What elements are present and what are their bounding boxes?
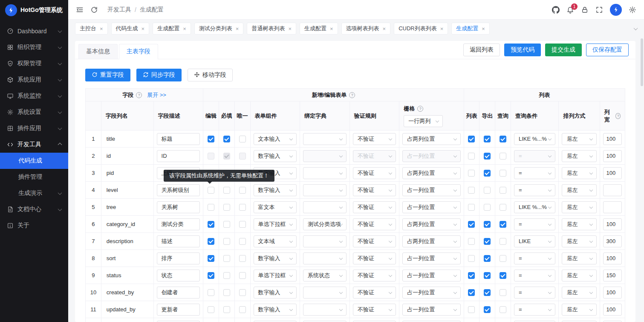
input-width[interactable]: 100 xyxy=(603,304,622,316)
route-tab[interactable]: 代码生成× xyxy=(111,23,150,35)
close-icon[interactable]: × xyxy=(330,26,333,32)
checkbox-query[interactable] xyxy=(500,187,506,194)
fullscreen-icon[interactable] xyxy=(595,6,603,14)
select-align[interactable]: 居左 xyxy=(562,270,596,281)
select-grid[interactable]: 占两列位置 xyxy=(402,133,460,145)
select-rule[interactable]: 不验证 xyxy=(353,184,396,196)
input-desc[interactable] xyxy=(157,321,200,322)
select-rule[interactable]: 不验证 xyxy=(353,304,396,316)
select-align[interactable]: 居左 xyxy=(562,167,596,179)
checkbox-query[interactable] xyxy=(500,255,506,262)
route-tab[interactable]: 生成配置× xyxy=(153,23,191,35)
select-align[interactable] xyxy=(562,321,596,322)
lock-screen-icon[interactable] xyxy=(581,6,589,14)
select-grid[interactable]: 占一列位置 xyxy=(402,270,460,281)
checkbox-unique[interactable] xyxy=(239,153,246,160)
grid-default-select[interactable]: 一行两列 xyxy=(404,115,443,127)
select-align[interactable]: 居左 xyxy=(562,150,596,162)
select-cond[interactable]: = xyxy=(514,218,555,230)
select-cond[interactable]: = xyxy=(514,270,555,281)
select-grid[interactable]: 占一列位置 xyxy=(402,252,460,264)
select-grid[interactable]: 占一列位置 xyxy=(402,287,460,299)
github-icon[interactable] xyxy=(552,6,560,14)
select-cond[interactable]: = xyxy=(514,167,555,179)
select-dict[interactable] xyxy=(303,235,347,247)
select-comp[interactable]: 数字输入 xyxy=(254,150,297,162)
route-tab[interactable]: 生成配置× xyxy=(451,23,490,35)
input-width[interactable]: 100 xyxy=(603,133,622,145)
checkbox-list[interactable] xyxy=(468,272,475,279)
select-dict[interactable]: 系统状态 xyxy=(303,270,347,281)
select-rule[interactable]: 不验证 xyxy=(353,201,396,213)
select-rule[interactable]: 不验证 xyxy=(353,235,396,247)
select-comp[interactable]: 数字输入 xyxy=(254,252,297,264)
checkbox-list[interactable] xyxy=(468,204,475,211)
select-cond[interactable]: LIKE %...% xyxy=(514,133,555,145)
close-icon[interactable]: × xyxy=(383,26,386,32)
checkbox-export[interactable] xyxy=(484,289,491,296)
checkbox-required[interactable] xyxy=(223,255,230,262)
sidebar-item[interactable]: 关于 xyxy=(0,218,68,234)
select-rule[interactable] xyxy=(353,321,396,322)
settings-gear-icon[interactable] xyxy=(629,6,636,14)
close-icon[interactable]: × xyxy=(142,26,145,32)
breadcrumb-section[interactable]: 开发工具 xyxy=(107,6,131,14)
select-comp[interactable]: 单选下拉框 xyxy=(254,270,297,281)
select-grid[interactable]: 占两列位置 xyxy=(402,235,460,247)
checkbox-list[interactable] xyxy=(468,255,475,262)
select-comp[interactable]: 文本输入 xyxy=(254,133,297,145)
input-desc[interactable]: 排序 xyxy=(157,252,200,264)
select-grid[interactable] xyxy=(402,321,460,322)
select-comp[interactable]: 数字输入 xyxy=(254,304,297,316)
sidebar-subitem[interactable]: 插件管理 xyxy=(0,169,68,185)
select-cond[interactable]: = xyxy=(514,184,555,196)
checkbox-edit[interactable] xyxy=(208,136,214,142)
select-grid[interactable]: 占一列位置 xyxy=(402,201,460,213)
collapse-sidebar-icon[interactable] xyxy=(76,6,84,14)
select-dict[interactable] xyxy=(303,167,347,179)
route-tab[interactable]: 普通树表列表× xyxy=(247,23,296,35)
close-icon[interactable]: × xyxy=(482,26,485,32)
notification-bell-icon[interactable]: 1 xyxy=(566,6,574,14)
sidebar-item[interactable]: 组织管理 xyxy=(0,39,68,55)
sidebar-item[interactable]: 权限管理 xyxy=(0,55,68,72)
select-comp[interactable]: 数字输入 xyxy=(254,287,297,299)
checkbox-required[interactable] xyxy=(223,204,230,211)
select-comp[interactable] xyxy=(254,321,297,322)
select-rule[interactable]: 不验证 xyxy=(353,133,396,145)
help-icon[interactable]: ? xyxy=(615,113,621,119)
input-width[interactable] xyxy=(603,321,622,322)
input-width[interactable]: 100 xyxy=(603,150,622,162)
close-icon[interactable]: × xyxy=(440,26,444,32)
select-cond[interactable]: = xyxy=(514,150,555,162)
route-tab[interactable]: 主控台× xyxy=(75,23,108,35)
select-dict[interactable] xyxy=(303,150,347,162)
sidebar-item[interactable]: 系统应用 xyxy=(0,72,68,88)
input-desc[interactable]: 测试分类 xyxy=(157,218,200,230)
select-rule[interactable]: 不验证 xyxy=(353,287,396,299)
checkbox-unique[interactable] xyxy=(239,272,246,279)
checkbox-export[interactable] xyxy=(484,204,491,211)
input-desc[interactable]: 关系树 xyxy=(157,201,200,213)
checkbox-export[interactable] xyxy=(484,153,491,160)
select-dict[interactable] xyxy=(303,133,347,145)
select-dict[interactable]: 测试分类选项 xyxy=(303,218,347,230)
checkbox-query[interactable] xyxy=(500,204,506,211)
app-logo[interactable]: HotGo管理系统 xyxy=(0,0,68,20)
sidebar-item[interactable]: 系统设置 xyxy=(0,104,68,120)
select-align[interactable]: 居左 xyxy=(562,304,596,316)
sync-fields-button[interactable]: 同步字段 xyxy=(136,69,182,81)
select-cond[interactable]: LIKE %...% xyxy=(514,201,555,213)
select-cond[interactable] xyxy=(514,321,555,322)
tab-basic-info[interactable]: 基本信息 xyxy=(78,44,118,59)
checkbox-unique[interactable] xyxy=(239,255,246,262)
expand-fields-link[interactable]: 展开 >> xyxy=(147,91,166,99)
select-cond[interactable]: = xyxy=(514,304,555,316)
help-icon[interactable]: ? xyxy=(349,92,355,98)
select-comp[interactable]: 数字输入 xyxy=(254,184,297,196)
user-avatar[interactable] xyxy=(610,4,622,16)
checkbox-query[interactable] xyxy=(500,272,506,279)
checkbox-export[interactable] xyxy=(484,272,491,279)
tabbar-dropdown-icon[interactable] xyxy=(631,27,640,30)
preview-code-button[interactable]: 预览代码 xyxy=(504,44,541,56)
